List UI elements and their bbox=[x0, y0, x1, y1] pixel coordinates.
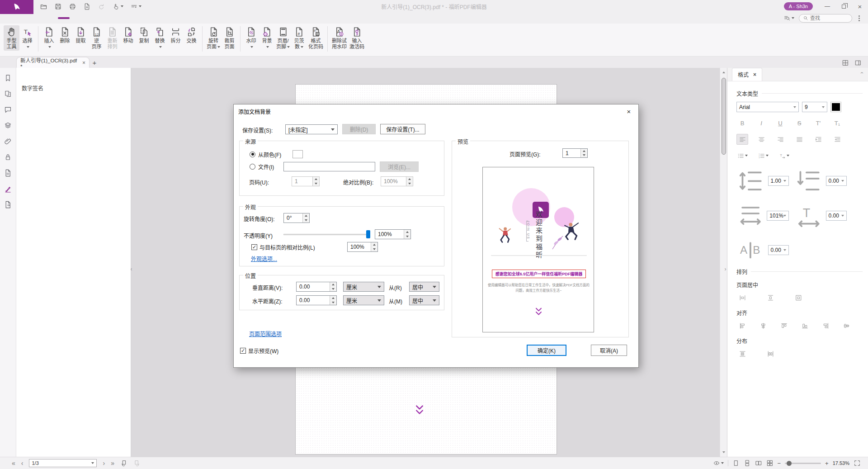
align-objects-right-button[interactable] bbox=[820, 321, 831, 332]
spin-down-icon[interactable] bbox=[404, 234, 410, 239]
font-color-swatch[interactable] bbox=[830, 102, 841, 112]
save-settings-button[interactable]: 保存设置(T)... bbox=[380, 124, 425, 134]
align-left-button[interactable] bbox=[736, 134, 748, 145]
bates-numbering-button[interactable]: 贝茨 数 bbox=[291, 25, 307, 51]
redo-button[interactable] bbox=[98, 3, 105, 10]
line-spacing-field[interactable]: 1.00 bbox=[736, 166, 789, 196]
watermark-button[interactable]: 水印 bbox=[243, 25, 259, 51]
zoom-in-button[interactable]: + bbox=[825, 460, 829, 467]
align-objects-top-button[interactable] bbox=[778, 321, 790, 332]
crop-pages-button[interactable]: 裁剪 页面 bbox=[222, 25, 237, 51]
center-both-button[interactable] bbox=[793, 293, 804, 303]
account-badge[interactable]: A - Sh3n bbox=[784, 2, 813, 10]
show-preview-checkbox[interactable]: ✓ bbox=[240, 348, 246, 354]
align-objects-hcenter-button[interactable] bbox=[757, 321, 769, 332]
enter-activation-code-button[interactable]: 输入 激活码 bbox=[348, 25, 366, 51]
page-thumbnails-icon[interactable] bbox=[4, 90, 12, 98]
collapse-left-panel-handle[interactable]: ‹ bbox=[128, 260, 134, 278]
decrease-indent-button[interactable] bbox=[831, 134, 843, 145]
new-tab-button[interactable]: + bbox=[89, 57, 100, 68]
ok-button[interactable]: 确定(K) bbox=[527, 345, 566, 356]
spin-down-icon[interactable] bbox=[303, 218, 309, 223]
certificates-icon[interactable] bbox=[4, 169, 12, 177]
page-indicator[interactable]: 1/3 bbox=[29, 459, 97, 467]
scroll-up-icon[interactable] bbox=[720, 69, 727, 76]
hand-tool-button[interactable]: 手型 工具 bbox=[4, 25, 19, 51]
scrollbar-thumb[interactable] bbox=[722, 78, 726, 155]
increase-indent-button[interactable] bbox=[812, 134, 824, 145]
extract-pages-button[interactable]: 提取 bbox=[73, 25, 89, 51]
move-pages-button[interactable]: 移动 bbox=[120, 25, 136, 51]
relative-scale-spinner[interactable]: 100% bbox=[347, 242, 378, 252]
word-spacing-field[interactable]: 0.00 bbox=[794, 201, 847, 231]
scroll-down-icon[interactable] bbox=[720, 449, 727, 456]
attachments-icon[interactable] bbox=[4, 137, 12, 146]
panel-collapse-icon[interactable]: › bbox=[859, 72, 865, 74]
page-grid-view-icon[interactable] bbox=[842, 59, 849, 66]
document-tab[interactable]: 新人引导(1)_OCR(3).pdf * × bbox=[17, 57, 89, 68]
search-box[interactable] bbox=[799, 14, 852, 23]
panel-close-icon[interactable]: × bbox=[753, 71, 756, 78]
view-visibility-button[interactable] bbox=[713, 460, 724, 467]
menu-page-management[interactable] bbox=[58, 17, 70, 19]
italic-button[interactable]: I bbox=[755, 118, 767, 128]
menu-home[interactable] bbox=[23, 17, 34, 19]
menu-special-features[interactable] bbox=[164, 17, 175, 19]
superscript-button[interactable]: T′ bbox=[812, 118, 824, 128]
spin-down-icon[interactable] bbox=[313, 181, 319, 186]
align-right-button[interactable] bbox=[774, 134, 786, 145]
rotation-spinner[interactable]: 0° bbox=[283, 213, 310, 223]
new-document-button[interactable] bbox=[83, 3, 91, 10]
browse-button[interactable]: 浏览(E)... bbox=[380, 161, 419, 172]
spin-up-icon[interactable] bbox=[330, 296, 336, 300]
customize-toolbar-button[interactable] bbox=[130, 3, 142, 10]
menu-accessibility[interactable] bbox=[152, 17, 164, 19]
spin-down-icon[interactable] bbox=[371, 247, 377, 251]
text-direction-button[interactable] bbox=[778, 150, 790, 161]
fullscreen-button[interactable] bbox=[854, 460, 861, 467]
menu-view[interactable] bbox=[81, 17, 93, 19]
delete-settings-button[interactable]: 删除(D) bbox=[342, 124, 376, 134]
font-size-select[interactable]: 9 bbox=[802, 102, 827, 112]
bookmarks-icon[interactable] bbox=[4, 74, 12, 82]
vertical-anchor-select[interactable]: 居中 bbox=[409, 282, 439, 292]
appearance-options-link[interactable]: 外观选项... bbox=[251, 255, 277, 262]
open-file-button[interactable] bbox=[40, 3, 47, 10]
align-objects-left-button[interactable] bbox=[736, 321, 748, 332]
vertical-distance-spinner[interactable]: 0.00 bbox=[296, 282, 337, 292]
rotate-view-right-button[interactable] bbox=[133, 460, 141, 467]
cancel-button[interactable]: 取消(A) bbox=[591, 345, 627, 356]
subscript-button[interactable]: T₁ bbox=[831, 118, 843, 128]
select-tool-button[interactable]: 选择 bbox=[19, 25, 35, 51]
spin-up-icon[interactable] bbox=[371, 242, 377, 247]
center-vertically-button[interactable] bbox=[764, 293, 776, 303]
more-options-icon[interactable] bbox=[859, 18, 860, 19]
facing-view-button[interactable] bbox=[755, 460, 762, 467]
search-input[interactable] bbox=[810, 15, 846, 21]
absolute-scale-spinner[interactable]: 100% bbox=[381, 176, 413, 186]
font-family-select[interactable]: Arial bbox=[736, 102, 799, 112]
from-file-radio[interactable] bbox=[250, 164, 255, 170]
horizontal-distance-spinner[interactable]: 0.00 bbox=[296, 295, 337, 305]
page-preview-spinner[interactable]: 1 bbox=[562, 148, 588, 158]
duplicate-pages-button[interactable]: 复制 bbox=[136, 25, 152, 51]
continuous-view-button[interactable] bbox=[744, 460, 751, 467]
delete-pages-button[interactable]: 删除 bbox=[57, 25, 73, 51]
vertical-unit-select[interactable]: 厘米 bbox=[343, 282, 384, 292]
spin-up-icon[interactable] bbox=[406, 177, 413, 181]
menu-slideshow[interactable] bbox=[140, 17, 152, 19]
split-document-button[interactable]: 拆分 bbox=[168, 25, 184, 51]
underline-button[interactable]: U bbox=[774, 118, 786, 128]
zoom-slider[interactable] bbox=[785, 463, 821, 464]
menu-share[interactable] bbox=[117, 17, 128, 19]
dialog-titlebar[interactable]: 添加文档背景 × bbox=[234, 104, 638, 118]
zoom-out-button[interactable]: − bbox=[778, 460, 781, 467]
menu-help[interactable] bbox=[175, 17, 187, 19]
reverse-pages-button[interactable]: 逆 页序 bbox=[89, 25, 104, 51]
insert-pages-button[interactable]: 插入 bbox=[41, 25, 57, 51]
share-document-icon[interactable] bbox=[4, 200, 12, 209]
opacity-slider-handle[interactable] bbox=[366, 230, 370, 238]
spin-down-icon[interactable] bbox=[581, 153, 587, 158]
distribute-vertically-button[interactable] bbox=[736, 349, 748, 360]
layers-icon[interactable] bbox=[4, 121, 12, 130]
